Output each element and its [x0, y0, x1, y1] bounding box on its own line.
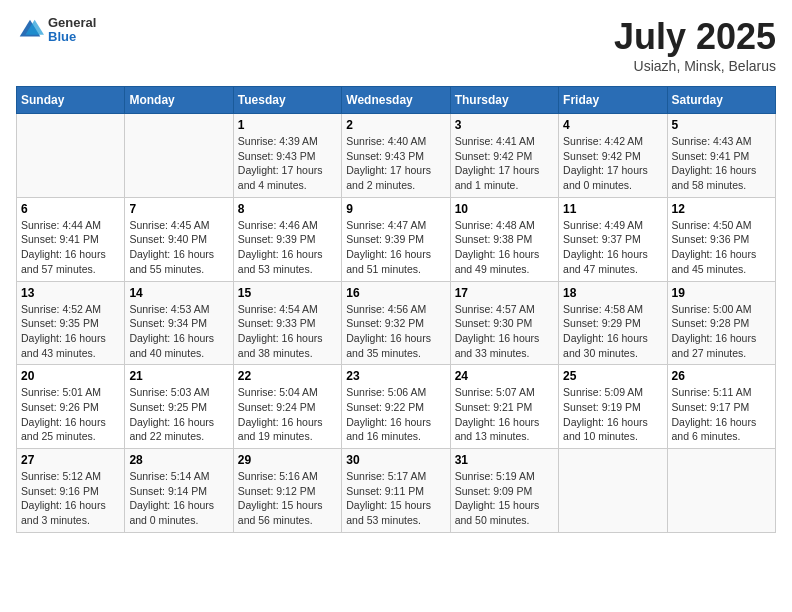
title-block: July 2025 Usiazh, Minsk, Belarus: [614, 16, 776, 74]
calendar-cell: [559, 449, 667, 533]
day-number: 30: [346, 453, 445, 467]
calendar-cell: 6Sunrise: 4:44 AM Sunset: 9:41 PM Daylig…: [17, 197, 125, 281]
day-number: 11: [563, 202, 662, 216]
week-row-5: 27Sunrise: 5:12 AM Sunset: 9:16 PM Dayli…: [17, 449, 776, 533]
day-info: Sunrise: 5:09 AM Sunset: 9:19 PM Dayligh…: [563, 385, 662, 444]
calendar-cell: 7Sunrise: 4:45 AM Sunset: 9:40 PM Daylig…: [125, 197, 233, 281]
calendar-cell: 1Sunrise: 4:39 AM Sunset: 9:43 PM Daylig…: [233, 114, 341, 198]
calendar-header: SundayMondayTuesdayWednesdayThursdayFrid…: [17, 87, 776, 114]
day-number: 22: [238, 369, 337, 383]
day-number: 29: [238, 453, 337, 467]
day-number: 18: [563, 286, 662, 300]
day-number: 13: [21, 286, 120, 300]
calendar-cell: 4Sunrise: 4:42 AM Sunset: 9:42 PM Daylig…: [559, 114, 667, 198]
calendar-cell: 21Sunrise: 5:03 AM Sunset: 9:25 PM Dayli…: [125, 365, 233, 449]
day-number: 12: [672, 202, 771, 216]
header-saturday: Saturday: [667, 87, 775, 114]
day-info: Sunrise: 5:00 AM Sunset: 9:28 PM Dayligh…: [672, 302, 771, 361]
day-info: Sunrise: 4:54 AM Sunset: 9:33 PM Dayligh…: [238, 302, 337, 361]
day-number: 14: [129, 286, 228, 300]
calendar-cell: 3Sunrise: 4:41 AM Sunset: 9:42 PM Daylig…: [450, 114, 558, 198]
day-info: Sunrise: 4:45 AM Sunset: 9:40 PM Dayligh…: [129, 218, 228, 277]
calendar-title: July 2025: [614, 16, 776, 58]
calendar-cell: 24Sunrise: 5:07 AM Sunset: 9:21 PM Dayli…: [450, 365, 558, 449]
day-number: 23: [346, 369, 445, 383]
day-info: Sunrise: 4:58 AM Sunset: 9:29 PM Dayligh…: [563, 302, 662, 361]
calendar-cell: 14Sunrise: 4:53 AM Sunset: 9:34 PM Dayli…: [125, 281, 233, 365]
calendar-body: 1Sunrise: 4:39 AM Sunset: 9:43 PM Daylig…: [17, 114, 776, 533]
header-tuesday: Tuesday: [233, 87, 341, 114]
calendar-cell: 11Sunrise: 4:49 AM Sunset: 9:37 PM Dayli…: [559, 197, 667, 281]
day-number: 15: [238, 286, 337, 300]
day-info: Sunrise: 4:40 AM Sunset: 9:43 PM Dayligh…: [346, 134, 445, 193]
calendar-cell: 23Sunrise: 5:06 AM Sunset: 9:22 PM Dayli…: [342, 365, 450, 449]
day-number: 28: [129, 453, 228, 467]
logo-blue: Blue: [48, 30, 96, 44]
calendar-cell: 22Sunrise: 5:04 AM Sunset: 9:24 PM Dayli…: [233, 365, 341, 449]
day-info: Sunrise: 5:01 AM Sunset: 9:26 PM Dayligh…: [21, 385, 120, 444]
week-row-2: 6Sunrise: 4:44 AM Sunset: 9:41 PM Daylig…: [17, 197, 776, 281]
day-number: 27: [21, 453, 120, 467]
day-info: Sunrise: 4:47 AM Sunset: 9:39 PM Dayligh…: [346, 218, 445, 277]
day-number: 10: [455, 202, 554, 216]
day-number: 25: [563, 369, 662, 383]
day-number: 5: [672, 118, 771, 132]
day-number: 21: [129, 369, 228, 383]
calendar-cell: 12Sunrise: 4:50 AM Sunset: 9:36 PM Dayli…: [667, 197, 775, 281]
day-info: Sunrise: 4:52 AM Sunset: 9:35 PM Dayligh…: [21, 302, 120, 361]
day-number: 20: [21, 369, 120, 383]
day-info: Sunrise: 5:03 AM Sunset: 9:25 PM Dayligh…: [129, 385, 228, 444]
day-info: Sunrise: 5:16 AM Sunset: 9:12 PM Dayligh…: [238, 469, 337, 528]
week-row-1: 1Sunrise: 4:39 AM Sunset: 9:43 PM Daylig…: [17, 114, 776, 198]
day-info: Sunrise: 5:14 AM Sunset: 9:14 PM Dayligh…: [129, 469, 228, 528]
week-row-4: 20Sunrise: 5:01 AM Sunset: 9:26 PM Dayli…: [17, 365, 776, 449]
calendar-cell: 27Sunrise: 5:12 AM Sunset: 9:16 PM Dayli…: [17, 449, 125, 533]
day-number: 9: [346, 202, 445, 216]
day-info: Sunrise: 5:12 AM Sunset: 9:16 PM Dayligh…: [21, 469, 120, 528]
calendar-cell: 28Sunrise: 5:14 AM Sunset: 9:14 PM Dayli…: [125, 449, 233, 533]
calendar-cell: 30Sunrise: 5:17 AM Sunset: 9:11 PM Dayli…: [342, 449, 450, 533]
header-monday: Monday: [125, 87, 233, 114]
day-number: 19: [672, 286, 771, 300]
calendar-cell: [667, 449, 775, 533]
calendar-cell: 17Sunrise: 4:57 AM Sunset: 9:30 PM Dayli…: [450, 281, 558, 365]
logo-icon: [16, 16, 44, 44]
calendar-cell: 9Sunrise: 4:47 AM Sunset: 9:39 PM Daylig…: [342, 197, 450, 281]
calendar-cell: 13Sunrise: 4:52 AM Sunset: 9:35 PM Dayli…: [17, 281, 125, 365]
day-info: Sunrise: 4:41 AM Sunset: 9:42 PM Dayligh…: [455, 134, 554, 193]
day-number: 17: [455, 286, 554, 300]
calendar-cell: 10Sunrise: 4:48 AM Sunset: 9:38 PM Dayli…: [450, 197, 558, 281]
day-number: 31: [455, 453, 554, 467]
calendar-subtitle: Usiazh, Minsk, Belarus: [614, 58, 776, 74]
day-number: 16: [346, 286, 445, 300]
page-header: General Blue July 2025 Usiazh, Minsk, Be…: [16, 16, 776, 74]
day-number: 4: [563, 118, 662, 132]
day-info: Sunrise: 5:06 AM Sunset: 9:22 PM Dayligh…: [346, 385, 445, 444]
day-info: Sunrise: 4:49 AM Sunset: 9:37 PM Dayligh…: [563, 218, 662, 277]
day-info: Sunrise: 5:17 AM Sunset: 9:11 PM Dayligh…: [346, 469, 445, 528]
calendar-cell: 5Sunrise: 4:43 AM Sunset: 9:41 PM Daylig…: [667, 114, 775, 198]
calendar-cell: 29Sunrise: 5:16 AM Sunset: 9:12 PM Dayli…: [233, 449, 341, 533]
calendar-cell: 26Sunrise: 5:11 AM Sunset: 9:17 PM Dayli…: [667, 365, 775, 449]
day-number: 3: [455, 118, 554, 132]
header-wednesday: Wednesday: [342, 87, 450, 114]
logo: General Blue: [16, 16, 96, 45]
day-info: Sunrise: 5:19 AM Sunset: 9:09 PM Dayligh…: [455, 469, 554, 528]
calendar-cell: 19Sunrise: 5:00 AM Sunset: 9:28 PM Dayli…: [667, 281, 775, 365]
day-number: 24: [455, 369, 554, 383]
calendar-cell: 20Sunrise: 5:01 AM Sunset: 9:26 PM Dayli…: [17, 365, 125, 449]
day-info: Sunrise: 5:07 AM Sunset: 9:21 PM Dayligh…: [455, 385, 554, 444]
header-thursday: Thursday: [450, 87, 558, 114]
calendar-cell: 15Sunrise: 4:54 AM Sunset: 9:33 PM Dayli…: [233, 281, 341, 365]
calendar-cell: 18Sunrise: 4:58 AM Sunset: 9:29 PM Dayli…: [559, 281, 667, 365]
logo-text: General Blue: [48, 16, 96, 45]
calendar-cell: 31Sunrise: 5:19 AM Sunset: 9:09 PM Dayli…: [450, 449, 558, 533]
day-number: 6: [21, 202, 120, 216]
day-number: 8: [238, 202, 337, 216]
day-info: Sunrise: 4:50 AM Sunset: 9:36 PM Dayligh…: [672, 218, 771, 277]
day-number: 1: [238, 118, 337, 132]
day-info: Sunrise: 4:46 AM Sunset: 9:39 PM Dayligh…: [238, 218, 337, 277]
calendar-cell: [17, 114, 125, 198]
day-info: Sunrise: 4:48 AM Sunset: 9:38 PM Dayligh…: [455, 218, 554, 277]
day-info: Sunrise: 4:53 AM Sunset: 9:34 PM Dayligh…: [129, 302, 228, 361]
